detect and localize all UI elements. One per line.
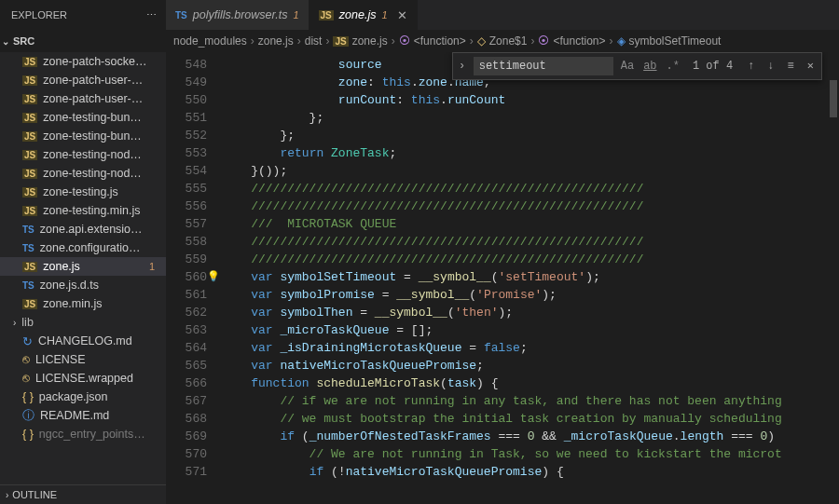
find-expand-icon[interactable]: › [457,58,468,75]
find-close-icon[interactable]: ✕ [804,58,818,75]
file-item[interactable]: ⎋LICENSE [0,350,166,369]
code-line[interactable]: // We are not running in Task, so we nee… [222,445,839,463]
find-prev-icon[interactable]: ↑ [744,58,758,75]
sidebar: JSzone-patch-socke…JSzone-patch-user-…JS… [0,52,166,504]
regex-toggle[interactable]: .* [665,58,681,75]
file-item[interactable]: JSzone-testing-nod… [0,145,166,164]
tab-zone-js[interactable]: JSzone.js1✕ [309,0,418,30]
file-item[interactable]: { }package.json [0,388,166,406]
code-line[interactable]: if (!nativeMicroTaskQueuePromise) { [222,463,839,481]
code-line[interactable]: ////////////////////////////////////////… [222,251,839,268]
code-line[interactable]: var symbolPromise = __symbol__('Promise'… [222,286,839,304]
code-line[interactable]: /// MICROTASK QUEUE [222,215,839,233]
line-number: 559 [166,251,207,268]
code-line[interactable]: }()); [222,162,839,180]
find-next-icon[interactable]: ↓ [763,58,777,75]
file-item[interactable]: { }ngcc_entry_points… [0,425,166,443]
ts-file-icon: TS [22,280,34,291]
whole-word-toggle[interactable]: ab [641,58,658,75]
js-file-icon: JS [22,57,37,67]
file-item[interactable]: JSzone-testing-bun… [0,108,166,127]
file-item[interactable]: ⎋LICENSE.wrapped [0,369,166,388]
breadcrumb-var[interactable]: ◈symbolSetTimeout [617,34,722,48]
breadcrumb-label: <function> [414,34,466,48]
line-number: 571 [166,463,207,481]
close-icon[interactable]: ✕ [393,8,407,22]
file-item[interactable]: TSzone.configuratio… [0,238,166,257]
code-line[interactable]: ////////////////////////////////////////… [222,180,839,198]
breadcrumb-folder[interactable]: zone.js [258,34,294,48]
js-file-icon: JS [22,187,37,198]
code-line[interactable]: var _microTaskQueue = []; [222,321,839,339]
line-number: 567 [166,392,207,410]
breadcrumb-func[interactable]: ⦿<function> [538,34,605,48]
ts-file-icon: TS [22,243,34,253]
find-selection-icon[interactable]: ≡ [784,58,798,75]
file-list: JSzone-patch-socke…JSzone-patch-user-…JS… [0,52,166,484]
find-input[interactable] [474,57,613,75]
file-name: zone-testing-nod… [43,167,142,180]
outline-label: OUTLINE [12,489,57,500]
editor-tabs: TSpolyfills.browser.ts1JSzone.js1✕ [166,0,839,30]
folder-item[interactable]: ›lib [0,313,166,332]
file-item[interactable]: JSzone-patch-user-… [0,71,166,89]
scrollbar-thumb[interactable] [830,80,837,117]
breadcrumb-class[interactable]: ◇Zone$1 [477,34,528,48]
file-item[interactable]: ⓘREADME.md [0,406,166,425]
line-number: 561 [166,286,207,304]
breadcrumb-js[interactable]: JSzone.js [333,34,387,48]
sidebar-section-header[interactable]: ⌄ SRC [0,35,166,47]
code-line[interactable]: if (_numberOfNestedTaskFrames === 0 && _… [222,428,839,445]
file-item[interactable]: JSzone-testing.js [0,183,166,201]
code-line[interactable]: return ZoneTask; [222,144,839,162]
code-line[interactable]: var symbolThen = __symbol__('then'); [222,304,839,321]
vertical-scrollbar[interactable] [828,52,839,504]
code-line[interactable]: ////////////////////////////////////////… [222,198,839,215]
code-area[interactable]: source zone: this.zone.name, runCount: t… [222,52,839,504]
code-line[interactable]: var symbolSetTimeout = __symbol__('setTi… [222,268,839,286]
tab-polyfills-browser-ts[interactable]: TSpolyfills.browser.ts1 [166,0,309,30]
code-line[interactable]: runCount: this.runCount [222,91,839,109]
breadcrumb-folder[interactable]: dist [305,34,323,48]
explorer-more-icon[interactable]: ⋯ [146,9,157,21]
breadcrumb-label: dist [305,34,323,48]
file-item[interactable]: ↻CHANGELOG.md [0,332,166,350]
chevron-right-icon: › [297,34,301,48]
line-number: 549 [166,74,207,91]
file-item[interactable]: TSzone.api.extensio… [0,220,166,238]
file-item[interactable]: JSzone.min.js [0,294,166,313]
code-line[interactable]: var _isDrainingMicrotaskQueue = false; [222,339,839,357]
file-item[interactable]: JSzone.js1 [0,257,166,276]
src-label: SRC [13,35,34,47]
code-line[interactable]: }; [222,127,839,144]
breadcrumb-label: node_modules [173,34,247,48]
match-case-toggle[interactable]: Aa [619,58,636,75]
js-file-icon: JS [22,169,37,179]
code-line[interactable]: function scheduleMicroTask(task) { [222,375,839,392]
file-item[interactable]: JSzone-patch-socke… [0,52,166,71]
code-line[interactable]: ////////////////////////////////////////… [222,233,839,251]
breadcrumb-func[interactable]: ⦿<function> [399,34,466,48]
file-item[interactable]: JSzone-patch-user-… [0,89,166,108]
breadcrumb-folder[interactable]: node_modules [173,34,247,48]
js-file-icon: JS [22,262,37,272]
breadcrumbs: node_modules›zone.js›dist›JSzone.js›⦿<fu… [166,34,839,48]
ts-file-icon: TS [175,10,187,20]
code-line[interactable]: }; [222,109,839,127]
code-line[interactable]: // we must bootstrap the initial task cr… [222,410,839,428]
code-editor[interactable]: 5485495505515525535545555565575585595605… [166,52,839,504]
file-name: zone.configuratio… [40,241,141,254]
breadcrumb-label: symbolSetTimeout [629,34,722,48]
file-item[interactable]: JSzone-testing.min.js [0,201,166,220]
tab-modified-badge: 1 [381,9,387,20]
code-line[interactable]: // if we are not running in any task, an… [222,392,839,410]
line-number: 570 [166,445,207,463]
file-item[interactable]: JSzone-testing-nod… [0,164,166,183]
file-item[interactable]: JSzone-testing-bun… [0,127,166,145]
line-number-gutter: 5485495505515525535545555565575585595605… [166,52,222,504]
file-item[interactable]: TSzone.js.d.ts [0,276,166,294]
json-file-icon: { } [22,390,34,403]
code-line[interactable]: var nativeMicroTaskQueuePromise; [222,357,839,375]
outline-section[interactable]: › OUTLINE [0,484,166,504]
js-file-icon: JS [22,94,37,104]
